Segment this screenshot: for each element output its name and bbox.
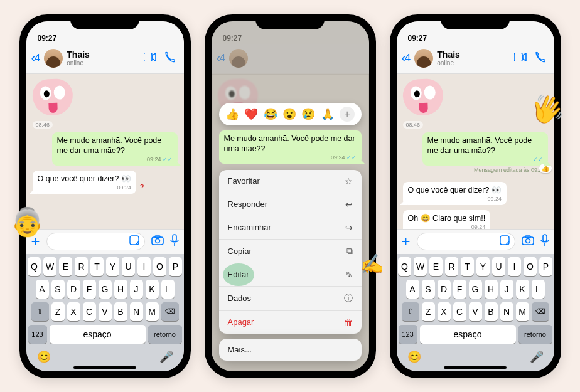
key-x[interactable]: X (438, 302, 451, 321)
video-call-icon[interactable] (144, 53, 156, 64)
key-o[interactable]: O (153, 257, 166, 276)
message-input[interactable] (417, 233, 515, 250)
key-k[interactable]: K (146, 280, 159, 299)
key-t[interactable]: T (461, 257, 474, 276)
key-i[interactable]: I (508, 257, 521, 276)
key-f[interactable]: F (83, 280, 96, 299)
key-w[interactable]: W (43, 257, 56, 276)
return-key[interactable]: retorno (518, 325, 552, 344)
key-w[interactable]: W (414, 257, 427, 276)
contact-avatar[interactable] (414, 49, 433, 68)
message-reaction[interactable]: 👍 (539, 164, 552, 172)
reaction-sad[interactable]: 😢 (301, 107, 315, 121)
key-a[interactable]: A (36, 280, 49, 299)
menu-item-copy[interactable]: Copiar⧉ (219, 240, 362, 263)
key-z[interactable]: Z (51, 302, 65, 321)
menu-item-reply[interactable]: Responder↩ (219, 193, 362, 216)
key-e[interactable]: E (59, 257, 72, 276)
reaction-wow[interactable]: 😮 (282, 107, 296, 121)
contact-info[interactable]: Thaís online (67, 50, 139, 66)
key-p[interactable]: P (539, 257, 552, 276)
voice-call-icon[interactable] (534, 51, 545, 65)
incoming-message[interactable]: Oh 😄 Claro que sim!! 09:24 ❤️ (403, 210, 491, 229)
numeric-key[interactable]: 123 (28, 325, 47, 344)
sticker-picker-icon[interactable] (500, 235, 510, 248)
reaction-pray[interactable]: 🙏 (321, 107, 335, 121)
key-u[interactable]: U (492, 257, 505, 276)
back-button[interactable]: ‹4 (402, 50, 411, 66)
backspace-key[interactable]: ⌫ (161, 302, 179, 321)
key-v[interactable]: V (99, 302, 112, 321)
key-c[interactable]: C (453, 302, 466, 321)
shift-key[interactable]: ⇧ (402, 302, 419, 321)
key-z[interactable]: Z (422, 302, 435, 321)
key-b[interactable]: B (114, 302, 127, 321)
contact-avatar[interactable] (44, 49, 63, 68)
menu-item-forward[interactable]: Encaminhar↪ (219, 216, 362, 240)
key-s[interactable]: S (51, 280, 65, 299)
menu-item-favorite[interactable]: Favoritar☆ (219, 170, 362, 193)
key-l[interactable]: L (161, 280, 175, 299)
outgoing-message-edited[interactable]: Me mudo amanhã. Você pode me dar uma mão… (422, 132, 548, 166)
incoming-message[interactable]: O que você quer dizer? 👀 09:24 (403, 182, 507, 205)
numeric-key[interactable]: 123 (399, 325, 417, 344)
key-k[interactable]: K (516, 280, 529, 299)
key-m[interactable]: M (516, 302, 529, 321)
key-q[interactable]: Q (398, 257, 411, 276)
key-h[interactable]: H (485, 280, 498, 299)
menu-item-delete[interactable]: Apagar🗑 (219, 311, 362, 334)
menu-item-info[interactable]: Dadosⓘ (219, 287, 362, 311)
key-y[interactable]: Y (476, 257, 490, 276)
emoji-key[interactable]: 😊 (37, 350, 51, 364)
key-e[interactable]: E (429, 257, 443, 276)
key-h[interactable]: H (114, 280, 127, 299)
key-a[interactable]: A (406, 280, 419, 299)
reaction-more-button[interactable]: + (340, 107, 355, 122)
reaction-laugh[interactable]: 😂 (264, 107, 277, 121)
space-key[interactable]: espaço (50, 325, 146, 344)
chat-area[interactable]: 08:46 Me mudo amanhã. Você pode me dar u… (26, 74, 184, 229)
incoming-message[interactable]: O que você quer dizer? 👀 09:24 (33, 171, 136, 194)
voice-call-icon[interactable] (164, 51, 175, 65)
emoji-key[interactable]: 😊 (407, 350, 421, 364)
mic-icon[interactable] (170, 234, 179, 249)
camera-icon[interactable] (151, 235, 164, 248)
heart-sticker[interactable] (32, 78, 73, 115)
key-v[interactable]: V (469, 302, 482, 321)
dictation-key[interactable]: 🎤 (159, 350, 173, 364)
key-f[interactable]: F (453, 280, 466, 299)
key-s[interactable]: S (422, 280, 435, 299)
key-r[interactable]: R (445, 257, 458, 276)
menu-item-more[interactable]: Mais... (219, 339, 362, 361)
key-i[interactable]: I (137, 257, 151, 276)
key-q[interactable]: Q (28, 257, 41, 276)
menu-item-edit[interactable]: Editar✎ (219, 263, 362, 287)
home-indicator[interactable] (444, 366, 507, 369)
backspace-key[interactable]: ⌫ (532, 302, 549, 321)
video-call-icon[interactable] (514, 53, 527, 64)
key-l[interactable]: L (532, 280, 545, 299)
camera-icon[interactable] (522, 235, 534, 248)
shift-key[interactable]: ⇧ (31, 302, 49, 321)
key-p[interactable]: P (169, 257, 182, 276)
back-button[interactable]: ‹ 4 (31, 50, 41, 66)
key-n[interactable]: N (500, 302, 513, 321)
key-g[interactable]: G (99, 280, 112, 299)
key-d[interactable]: D (67, 280, 80, 299)
key-d[interactable]: D (438, 280, 451, 299)
key-m[interactable]: M (146, 302, 159, 321)
sticker-picker-icon[interactable] (129, 235, 139, 248)
home-indicator[interactable] (73, 366, 136, 369)
dictation-key[interactable]: 🎤 (530, 350, 544, 364)
key-j[interactable]: J (130, 280, 143, 299)
key-u[interactable]: U (122, 257, 135, 276)
key-r[interactable]: R (75, 257, 88, 276)
reaction-thumbs-up[interactable]: 👍 (225, 107, 239, 121)
key-o[interactable]: O (524, 257, 537, 276)
mic-icon[interactable] (540, 234, 549, 249)
key-g[interactable]: G (469, 280, 482, 299)
key-t[interactable]: T (90, 257, 104, 276)
message-input[interactable] (46, 233, 145, 250)
key-n[interactable]: N (130, 302, 143, 321)
key-x[interactable]: X (67, 302, 80, 321)
